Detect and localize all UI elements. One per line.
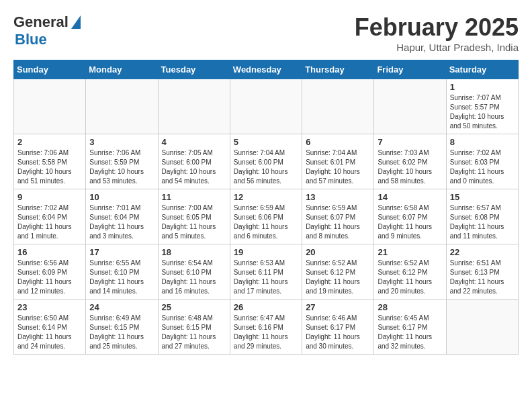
calendar-week-1: 1Sunrise: 7:07 AMSunset: 5:57 PMDaylight… (14, 79, 519, 134)
calendar-cell: 17Sunrise: 6:55 AMSunset: 6:10 PMDayligh… (86, 244, 158, 300)
weekday-header-saturday: Saturday (446, 60, 518, 79)
calendar-cell: 18Sunrise: 6:54 AMSunset: 6:10 PMDayligh… (158, 244, 230, 300)
calendar-cell: 1Sunrise: 7:07 AMSunset: 5:57 PMDaylight… (446, 79, 518, 134)
calendar-cell: 6Sunrise: 7:04 AMSunset: 6:01 PMDaylight… (302, 134, 374, 189)
day-number: 19 (234, 247, 298, 257)
calendar-cell (446, 300, 518, 355)
calendar-cell: 9Sunrise: 7:02 AMSunset: 6:04 PMDaylight… (14, 189, 86, 244)
month-title: February 2025 (355, 13, 519, 42)
weekday-header-friday: Friday (374, 60, 446, 79)
calendar-cell: 11Sunrise: 7:00 AMSunset: 6:05 PMDayligh… (158, 189, 230, 244)
day-info: Sunrise: 6:45 AMSunset: 6:17 PMDaylight:… (378, 314, 442, 351)
weekday-header-sunday: Sunday (14, 60, 86, 79)
day-info: Sunrise: 6:56 AMSunset: 6:09 PMDaylight:… (17, 259, 82, 296)
day-number: 17 (89, 247, 154, 257)
weekday-header-monday: Monday (86, 60, 158, 79)
day-info: Sunrise: 6:47 AMSunset: 6:16 PMDaylight:… (234, 314, 298, 351)
weekday-header-tuesday: Tuesday (158, 60, 230, 79)
title-area: February 2025 Hapur, Uttar Pradesh, Indi… (355, 13, 519, 53)
logo-triangle-icon (71, 15, 81, 29)
day-info: Sunrise: 7:06 AMSunset: 5:59 PMDaylight:… (89, 148, 154, 186)
day-number: 1 (450, 82, 515, 92)
day-info: Sunrise: 6:59 AMSunset: 6:07 PMDaylight:… (306, 203, 370, 241)
day-number: 5 (234, 137, 298, 147)
day-number: 21 (378, 247, 442, 257)
day-info: Sunrise: 7:06 AMSunset: 5:58 PMDaylight:… (17, 148, 82, 186)
weekday-header-thursday: Thursday (302, 60, 374, 79)
day-number: 25 (162, 302, 226, 312)
calendar-cell (158, 79, 230, 134)
calendar-cell: 28Sunrise: 6:45 AMSunset: 6:17 PMDayligh… (374, 300, 446, 355)
day-number: 15 (450, 192, 515, 202)
calendar-cell (302, 79, 374, 134)
day-info: Sunrise: 7:00 AMSunset: 6:05 PMDaylight:… (162, 203, 226, 241)
weekday-header-wednesday: Wednesday (230, 60, 302, 79)
calendar-cell: 3Sunrise: 7:06 AMSunset: 5:59 PMDaylight… (86, 134, 158, 189)
calendar-cell: 2Sunrise: 7:06 AMSunset: 5:58 PMDaylight… (14, 134, 86, 189)
calendar-cell: 23Sunrise: 6:50 AMSunset: 6:14 PMDayligh… (14, 300, 86, 355)
day-number: 20 (306, 247, 370, 257)
day-number: 6 (306, 137, 370, 147)
day-info: Sunrise: 6:51 AMSunset: 6:13 PMDaylight:… (450, 259, 515, 296)
calendar-cell: 24Sunrise: 6:49 AMSunset: 6:15 PMDayligh… (86, 300, 158, 355)
calendar-cell: 10Sunrise: 7:01 AMSunset: 6:04 PMDayligh… (86, 189, 158, 244)
day-info: Sunrise: 6:52 AMSunset: 6:12 PMDaylight:… (378, 259, 442, 296)
day-number: 2 (17, 137, 82, 147)
calendar-cell: 12Sunrise: 6:59 AMSunset: 6:06 PMDayligh… (230, 189, 302, 244)
calendar-cell: 20Sunrise: 6:52 AMSunset: 6:12 PMDayligh… (302, 244, 374, 300)
day-number: 13 (306, 192, 370, 202)
calendar-cell: 22Sunrise: 6:51 AMSunset: 6:13 PMDayligh… (446, 244, 518, 300)
calendar-cell: 15Sunrise: 6:57 AMSunset: 6:08 PMDayligh… (446, 189, 518, 244)
day-info: Sunrise: 6:54 AMSunset: 6:10 PMDaylight:… (162, 259, 226, 296)
day-number: 16 (17, 247, 82, 257)
day-number: 8 (450, 137, 515, 147)
day-number: 14 (378, 192, 442, 202)
day-info: Sunrise: 7:03 AMSunset: 6:02 PMDaylight:… (378, 148, 442, 186)
calendar-cell: 7Sunrise: 7:03 AMSunset: 6:02 PMDaylight… (374, 134, 446, 189)
calendar-cell: 4Sunrise: 7:05 AMSunset: 6:00 PMDaylight… (158, 134, 230, 189)
day-info: Sunrise: 7:04 AMSunset: 6:01 PMDaylight:… (306, 148, 370, 186)
day-number: 28 (378, 302, 442, 312)
day-info: Sunrise: 6:52 AMSunset: 6:12 PMDaylight:… (306, 259, 370, 296)
day-info: Sunrise: 6:49 AMSunset: 6:15 PMDaylight:… (89, 314, 154, 351)
calendar-week-5: 23Sunrise: 6:50 AMSunset: 6:14 PMDayligh… (14, 300, 519, 355)
day-info: Sunrise: 6:50 AMSunset: 6:14 PMDaylight:… (17, 314, 82, 351)
day-info: Sunrise: 7:04 AMSunset: 6:00 PMDaylight:… (234, 148, 298, 186)
day-info: Sunrise: 7:05 AMSunset: 6:00 PMDaylight:… (162, 148, 226, 186)
calendar-cell: 16Sunrise: 6:56 AMSunset: 6:09 PMDayligh… (14, 244, 86, 300)
day-number: 11 (162, 192, 226, 202)
page-header: General Blue February 2025 Hapur, Uttar … (13, 13, 519, 53)
calendar-cell: 5Sunrise: 7:04 AMSunset: 6:00 PMDaylight… (230, 134, 302, 189)
day-number: 10 (89, 192, 154, 202)
day-number: 12 (234, 192, 298, 202)
calendar-cell (14, 79, 86, 134)
weekday-header-row: SundayMondayTuesdayWednesdayThursdayFrid… (14, 60, 519, 79)
calendar-cell (230, 79, 302, 134)
calendar-cell: 27Sunrise: 6:46 AMSunset: 6:17 PMDayligh… (302, 300, 374, 355)
calendar-cell (374, 79, 446, 134)
day-info: Sunrise: 6:55 AMSunset: 6:10 PMDaylight:… (89, 259, 154, 296)
day-number: 22 (450, 247, 515, 257)
day-number: 26 (234, 302, 298, 312)
day-number: 9 (17, 192, 82, 202)
calendar-cell: 25Sunrise: 6:48 AMSunset: 6:15 PMDayligh… (158, 300, 230, 355)
logo-blue-text: Blue (15, 31, 47, 48)
calendar-week-2: 2Sunrise: 7:06 AMSunset: 5:58 PMDaylight… (14, 134, 519, 189)
calendar-week-4: 16Sunrise: 6:56 AMSunset: 6:09 PMDayligh… (14, 244, 519, 300)
calendar-cell: 8Sunrise: 7:02 AMSunset: 6:03 PMDaylight… (446, 134, 518, 189)
day-info: Sunrise: 7:02 AMSunset: 6:03 PMDaylight:… (450, 148, 515, 186)
calendar-cell: 26Sunrise: 6:47 AMSunset: 6:16 PMDayligh… (230, 300, 302, 355)
day-number: 7 (378, 137, 442, 147)
calendar-cell: 13Sunrise: 6:59 AMSunset: 6:07 PMDayligh… (302, 189, 374, 244)
day-info: Sunrise: 7:02 AMSunset: 6:04 PMDaylight:… (17, 203, 82, 241)
calendar-table: SundayMondayTuesdayWednesdayThursdayFrid… (13, 60, 519, 355)
day-info: Sunrise: 6:57 AMSunset: 6:08 PMDaylight:… (450, 203, 515, 241)
location-text: Hapur, Uttar Pradesh, India (355, 42, 519, 53)
day-info: Sunrise: 6:48 AMSunset: 6:15 PMDaylight:… (162, 314, 226, 351)
calendar-week-3: 9Sunrise: 7:02 AMSunset: 6:04 PMDaylight… (14, 189, 519, 244)
calendar-cell: 21Sunrise: 6:52 AMSunset: 6:12 PMDayligh… (374, 244, 446, 300)
day-info: Sunrise: 7:01 AMSunset: 6:04 PMDaylight:… (89, 203, 154, 241)
day-info: Sunrise: 6:58 AMSunset: 6:07 PMDaylight:… (378, 203, 442, 241)
day-number: 27 (306, 302, 370, 312)
logo-general-text: General (13, 13, 69, 31)
